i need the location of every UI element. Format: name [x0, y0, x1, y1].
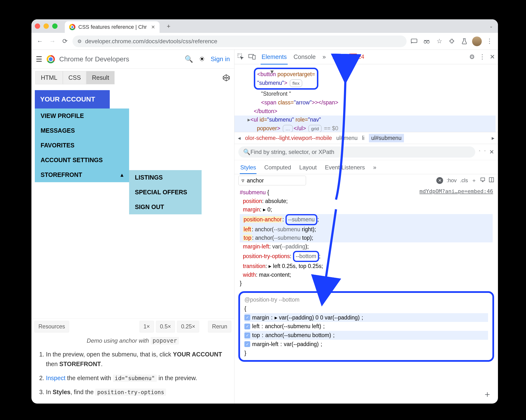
crumb-menu[interactable]: ul#menu — [336, 135, 357, 141]
add-rule-icon[interactable]: ＋ — [483, 388, 492, 400]
cast-icon[interactable] — [409, 36, 419, 46]
bookmark-icon[interactable]: ☆ — [434, 36, 444, 46]
signin-link[interactable]: Sign in — [211, 55, 230, 63]
reload-button[interactable]: ⟳ — [60, 36, 70, 46]
gear-icon[interactable]: ⚙ — [469, 53, 475, 61]
address-bar[interactable]: ⚙ developer.chrome.com/docs/devtools/css… — [72, 36, 407, 47]
tab-layout[interactable]: Layout — [299, 162, 317, 174]
tab-console[interactable]: Console — [293, 51, 317, 62]
tabs-overflow-icon[interactable]: » — [373, 162, 377, 174]
hamburger-icon[interactable]: ☰ — [36, 55, 42, 63]
close-tab-icon[interactable]: ✕ — [151, 24, 155, 30]
tab-computed[interactable]: Computed — [264, 162, 292, 174]
new-tab-button[interactable]: + — [165, 22, 172, 30]
css-declaration[interactable]: transition: ▸ left 0.25s, top 0.25s; — [240, 262, 493, 271]
maximize-window-icon[interactable] — [52, 23, 58, 29]
checkbox-icon[interactable]: ✓ — [244, 315, 250, 320]
menu-item-settings[interactable]: ACCOUNT SETTINGS — [35, 153, 129, 168]
back-button[interactable]: ← — [35, 36, 45, 46]
crumb-submenu[interactable]: ul#submenu — [369, 134, 404, 142]
search-icon[interactable]: 🔍 — [185, 55, 193, 63]
styles-filter-input[interactable]: ▿anchor — [238, 176, 306, 185]
find-close-icon[interactable]: ✕ — [489, 149, 494, 155]
tab-css[interactable]: CSS — [63, 71, 86, 84]
tab-elements[interactable]: Elements — [261, 51, 288, 65]
dom-span-arrow: <span class="arrow">></span> — [254, 98, 496, 107]
kebab-menu-icon[interactable]: ⋮ — [479, 53, 486, 61]
submenu-item-offers[interactable]: SPECIAL OFFERS — [129, 185, 202, 200]
css-declaration[interactable]: top: anchor(--submenu top); — [240, 234, 493, 242]
menu-item-messages[interactable]: MESSAGES — [35, 123, 129, 138]
crumb-scroll-right-icon[interactable]: ▸ — [492, 135, 495, 141]
find-prev-icon[interactable]: ˄ — [479, 150, 481, 154]
warnings-badge[interactable]: ▲ 92 — [332, 54, 344, 60]
crumb-li[interactable]: li — [362, 135, 364, 141]
brush-icon[interactable] — [480, 177, 486, 184]
dom-selected-ul[interactable]: ▸<ul id="submenu" role="nav" popover> …<… — [234, 116, 496, 132]
css-declaration[interactable]: position: absolute; — [240, 197, 493, 206]
menu-item-storefront[interactable]: STOREFRONT▴ — [35, 168, 129, 182]
extensions-icon[interactable] — [447, 36, 457, 46]
crumb-scroll-left-icon[interactable]: ◂ — [238, 135, 241, 141]
css-declaration[interactable]: ✓ top: anchor(--submenu bottom); — [244, 331, 488, 340]
submenu-item-listings[interactable]: LISTINGS — [129, 170, 202, 185]
inspect-link[interactable]: Inspect — [46, 375, 66, 381]
profile-avatar[interactable] — [472, 36, 482, 46]
tab-event-listeners[interactable]: Event Listeners — [324, 162, 365, 174]
tabs-overflow-icon[interactable]: » — [322, 51, 327, 62]
checkbox-icon[interactable]: ✓ — [244, 324, 250, 329]
checkbox-icon[interactable]: ✓ — [244, 332, 250, 338]
css-declaration[interactable]: left: anchor(--submenu right); — [240, 225, 493, 234]
tab-html[interactable]: HTML — [35, 71, 63, 84]
find-input[interactable]: 🔍 Find by string, selector, or XPath — [238, 146, 475, 158]
source-link[interactable]: mdYdpOM?ani…pe=embed:46 — [419, 187, 493, 196]
dom-tree[interactable]: ▼ <button popovertarget= "submenu"> flex… — [234, 64, 498, 132]
submenu-item-signout[interactable]: SIGN OUT — [129, 200, 202, 214]
css-declaration[interactable]: position-anchor: --submenu; — [240, 214, 493, 225]
forward-button[interactable]: → — [47, 36, 58, 46]
tab-title: CSS features reference | Chr — [78, 24, 147, 30]
menu-your-account[interactable]: YOUR ACCOUNT — [35, 90, 110, 109]
rerun-button[interactable]: Rerun — [208, 321, 231, 332]
labs-icon[interactable] — [459, 36, 469, 46]
theme-toggle-icon[interactable]: ☀ — [199, 55, 205, 63]
clear-filter-icon[interactable]: ✕ — [436, 177, 443, 184]
tab-styles[interactable]: Styles — [240, 162, 256, 174]
css-declaration[interactable]: ✓ margin-left: var(--padding); — [244, 340, 488, 349]
checkbox-icon[interactable]: ✓ — [244, 341, 250, 347]
css-declaration[interactable]: margin-left: var(--padding); — [240, 242, 493, 251]
incognito-icon[interactable] — [422, 36, 432, 46]
inspect-element-icon[interactable] — [237, 53, 244, 61]
css-declaration[interactable]: ✓ margin: ▸ var(--padding) 0 0 var(--pad… — [244, 313, 488, 322]
dom-breadcrumbs[interactable]: ◂ olor-scheme--light.viewport--mobile ul… — [234, 132, 498, 144]
find-next-icon[interactable]: ˅ — [484, 150, 486, 154]
menu-item-favorites[interactable]: FAVORITES — [35, 138, 129, 153]
css-declaration[interactable]: ✓ left: anchor(--submenu left); — [244, 322, 488, 331]
css-declaration[interactable]: width: max-content; — [240, 271, 493, 279]
tabs-dropdown-icon[interactable]: ⌄ — [487, 22, 495, 30]
browser-tab[interactable]: CSS features reference | Chr ✕ — [65, 21, 160, 33]
menu-item-profile[interactable]: VIEW PROFILE — [35, 109, 129, 123]
css-rule-submenu[interactable]: mdYdpOM?ani…pe=embed:46 #submenu { posit… — [234, 187, 498, 289]
site-settings-icon[interactable]: ⚙ — [77, 39, 82, 44]
close-icon[interactable]: ✕ — [490, 53, 495, 61]
css-declaration[interactable]: margin: ▸ 0; — [240, 205, 493, 214]
zoom-05x[interactable]: 0.5× — [156, 321, 175, 332]
codepen-icon[interactable] — [222, 74, 230, 82]
css-declaration[interactable]: position-try-options: --bottom; — [240, 251, 493, 262]
device-toolbar-icon[interactable] — [249, 54, 256, 60]
minimize-window-icon[interactable] — [43, 23, 49, 29]
dom-text-node: "Storefront " — [254, 90, 496, 98]
errors-badge[interactable]: ✕ — [349, 54, 357, 60]
zoom-025x[interactable]: 0.25× — [177, 321, 199, 332]
resources-button[interactable]: Resources — [34, 321, 69, 332]
hov-toggle[interactable]: :hov — [446, 177, 457, 184]
zoom-1x[interactable]: 1× — [140, 321, 154, 332]
kebab-menu-icon[interactable]: ⋮ — [485, 36, 495, 46]
new-rule-icon[interactable]: ＋ — [471, 177, 477, 184]
computed-panel-icon[interactable] — [489, 177, 494, 184]
close-window-icon[interactable] — [35, 23, 40, 29]
tab-result[interactable]: Result — [86, 71, 115, 84]
crumb-root[interactable]: olor-scheme--light.viewport--mobile — [245, 135, 332, 141]
cls-toggle[interactable]: .cls — [460, 177, 468, 184]
